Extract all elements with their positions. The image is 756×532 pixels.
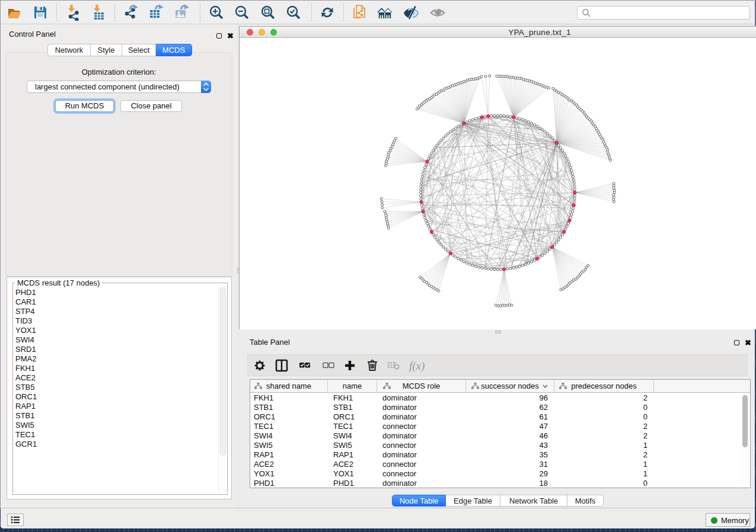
svg-text:f(x): f(x) <box>409 360 425 373</box>
